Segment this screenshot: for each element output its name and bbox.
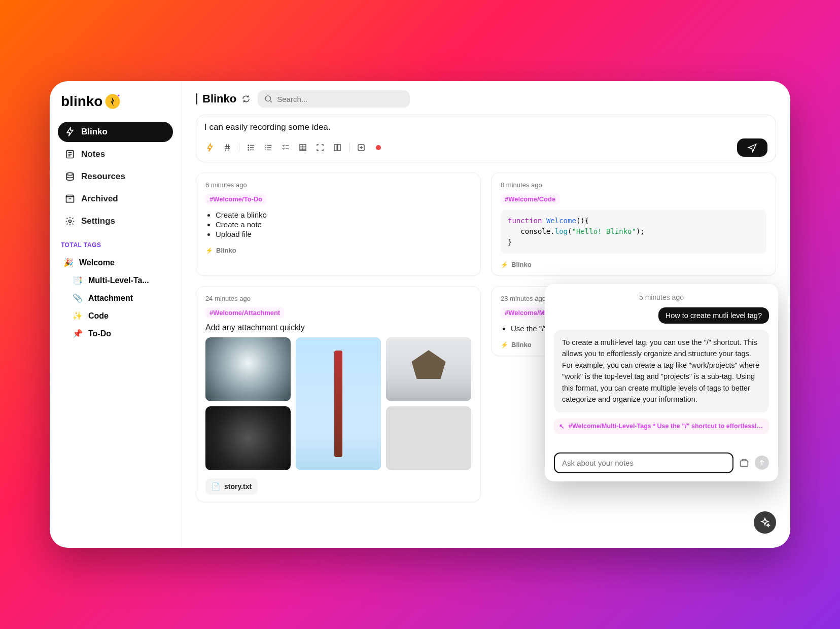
ref-arrow-icon: ↖ xyxy=(559,423,565,430)
svg-rect-13 xyxy=(741,461,748,467)
refresh-icon[interactable] xyxy=(241,94,251,103)
svg-point-3 xyxy=(66,173,73,176)
composer xyxy=(196,115,776,162)
notes-icon xyxy=(65,149,75,159)
tag-emoji-icon: 📎 xyxy=(72,293,83,303)
tag-label: Attachment xyxy=(88,294,133,303)
svg-rect-10 xyxy=(334,145,337,151)
arrow-up-icon xyxy=(758,459,766,467)
app-name-text: blinko xyxy=(61,93,102,110)
ai-reference-chip[interactable]: ↖ #Welcome/Multi-Level-Tags * Use the "/… xyxy=(554,418,769,434)
card-footer: ⚡ Blinko xyxy=(205,247,471,254)
sidebar-item-settings[interactable]: Settings xyxy=(58,211,173,231)
tool-ol-icon[interactable] xyxy=(263,142,274,153)
svg-point-6 xyxy=(248,145,249,146)
sidebar-item-label: Archived xyxy=(81,194,118,204)
tag-item-todo[interactable]: 📌 To-Do xyxy=(58,325,173,342)
sidebar: blinko Blinko Notes Resources Archived S… xyxy=(50,81,182,548)
topbar: Blinko xyxy=(196,90,776,108)
sidebar-item-label: Blinko xyxy=(81,127,108,137)
tool-bolt-icon[interactable] xyxy=(204,142,216,153)
tool-checklist-icon[interactable] xyxy=(280,142,291,153)
ai-send-button[interactable] xyxy=(755,456,769,470)
ai-fab-button[interactable] xyxy=(754,511,776,534)
card-list: Create a blinko Create a note Upload fil… xyxy=(205,209,471,239)
note-card[interactable]: 24 minutes ago #Welcome/Attachment Add a… xyxy=(196,286,481,502)
note-card[interactable]: 6 minutes ago #Welcome/To-Do Create a bl… xyxy=(196,172,481,276)
tag-item-attachment[interactable]: 📎 Attachment xyxy=(58,289,173,307)
card-timestamp: 6 minutes ago xyxy=(205,181,471,189)
search-input[interactable] xyxy=(277,95,404,103)
file-pill[interactable]: 📄 story.txt xyxy=(205,478,258,495)
sparkle-icon xyxy=(759,517,771,528)
tag-label: Code xyxy=(88,311,109,321)
logo-icon xyxy=(103,92,122,111)
card-title: Add any attachment quickly xyxy=(205,323,471,332)
ai-user-message: How to create mutli level tag? xyxy=(658,307,769,324)
list-item: Upload file xyxy=(216,230,471,238)
ai-reply-message: To create a multi-level tag, you can use… xyxy=(554,330,769,412)
card-tag[interactable]: #Welcome/Attachment xyxy=(205,307,284,318)
note-card[interactable]: 8 minutes ago #Welcome/Code function Wel… xyxy=(491,172,776,276)
image-thumb[interactable] xyxy=(386,337,471,401)
sidebar-item-notes[interactable]: Notes xyxy=(58,144,173,164)
image-thumb[interactable] xyxy=(386,406,471,470)
card-tag[interactable]: #Welcome/To-Do xyxy=(205,194,266,204)
tag-item-welcome[interactable]: 🎉 Welcome xyxy=(58,254,173,271)
tag-item-multilevel[interactable]: 📑 Multi-Level-Ta... xyxy=(58,271,173,289)
image-thumb[interactable] xyxy=(205,337,291,401)
svg-point-7 xyxy=(248,147,249,148)
tool-ul-icon[interactable] xyxy=(246,142,257,153)
card-source: Blinko xyxy=(511,261,532,268)
tool-table-icon[interactable] xyxy=(297,142,308,153)
toolbar-separator xyxy=(349,143,349,152)
image-thumb[interactable] xyxy=(205,406,291,470)
card-tag[interactable]: #Welcome/Code xyxy=(501,194,559,204)
ai-reference-text: #Welcome/Multi-Level-Tags * Use the "/" … xyxy=(569,423,764,430)
attachment-thumbs xyxy=(205,337,471,470)
sidebar-item-label: Notes xyxy=(81,149,105,159)
sidebar-item-archived[interactable]: Archived xyxy=(58,189,173,209)
file-name: story.txt xyxy=(224,482,252,491)
archive-icon xyxy=(65,194,75,204)
card-timestamp: 24 minutes ago xyxy=(205,295,471,302)
tool-record-icon[interactable] xyxy=(373,142,384,153)
tool-hash-icon[interactable] xyxy=(222,142,233,153)
tool-columns-icon[interactable] xyxy=(332,142,343,153)
tool-expand-icon[interactable] xyxy=(314,142,326,153)
tag-item-code[interactable]: ✨ Code xyxy=(58,307,173,325)
tool-upload-icon[interactable] xyxy=(356,142,367,153)
breadcrumb: Blinko xyxy=(196,92,251,106)
main-content: Blinko xyxy=(182,81,790,548)
tag-label: To-Do xyxy=(88,329,111,338)
card-source: Blinko xyxy=(216,247,236,254)
sidebar-item-blinko[interactable]: Blinko xyxy=(58,122,173,142)
sidebar-item-label: Resources xyxy=(81,171,125,182)
svg-point-8 xyxy=(248,150,249,151)
sidebar-item-label: Settings xyxy=(81,216,115,226)
image-thumb[interactable] xyxy=(296,337,381,470)
composer-toolbar xyxy=(204,138,767,157)
card-timestamp: 8 minutes ago xyxy=(501,181,766,189)
list-item: Create a blinko xyxy=(216,211,471,219)
ai-input[interactable] xyxy=(554,452,733,473)
svg-point-1 xyxy=(118,95,120,97)
ai-context-icon[interactable] xyxy=(739,457,750,468)
composer-input[interactable] xyxy=(204,122,767,132)
card-source: Blinko xyxy=(511,341,532,348)
svg-point-5 xyxy=(265,96,271,101)
ai-timestamp: 5 minutes ago xyxy=(554,293,769,301)
crumb-bar-icon xyxy=(196,93,197,104)
search-box[interactable] xyxy=(258,90,410,108)
file-icon: 📄 xyxy=(212,482,220,491)
tag-emoji-icon: 📑 xyxy=(72,275,83,285)
svg-rect-11 xyxy=(338,145,340,151)
app-logo: blinko xyxy=(58,92,173,111)
tag-emoji-icon: 🎉 xyxy=(63,258,74,267)
send-icon xyxy=(747,143,757,153)
toolbar-separator xyxy=(239,143,239,152)
send-button[interactable] xyxy=(737,138,767,157)
mini-bolt-icon: ⚡ xyxy=(205,247,213,254)
sidebar-item-resources[interactable]: Resources xyxy=(58,166,173,187)
tag-emoji-icon: ✨ xyxy=(72,311,83,321)
